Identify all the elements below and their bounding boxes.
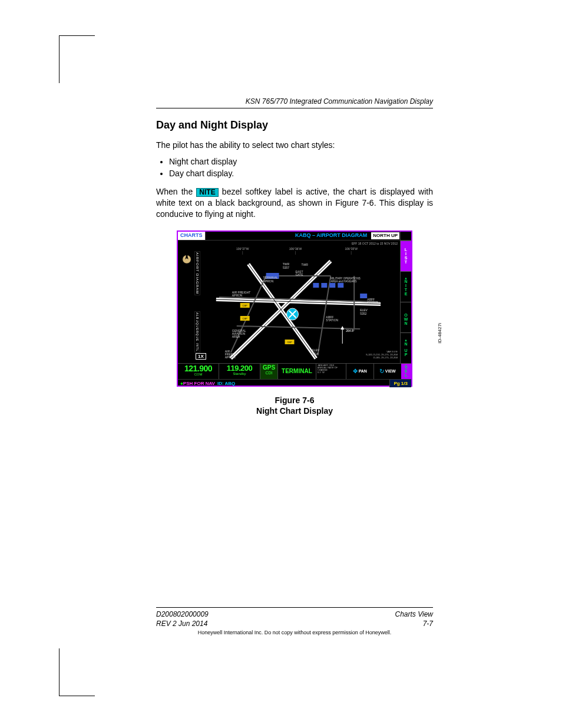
north-up-badge: NORTH UP — [371, 232, 400, 240]
ident-readout: ID: ABQ — [215, 381, 235, 386]
softkey-nup[interactable]: ▲NUP — [401, 332, 411, 363]
svg-text:TWR: TWR — [301, 263, 308, 266]
airport-diagram: 106°37'W 106°36'W 106°35'W — [178, 241, 400, 363]
svg-text:APRON: APRON — [232, 294, 243, 297]
svg-text:AREA: AREA — [232, 335, 240, 338]
svg-text:STATION: STATION — [367, 301, 379, 304]
com-standby-frequency[interactable]: 119.200 Standby — [219, 364, 260, 379]
display-footer: 121.900 COM 119.200 Standby GPS CDI TERM… — [178, 363, 411, 387]
page: KSN 765/770 Integrated Communication Nav… — [0, 0, 562, 728]
crop-mark-top-left — [59, 35, 95, 83]
bullet-list: Night chart display Day chart display. — [156, 157, 433, 178]
svg-text:AREA and HANGARS: AREA and HANGARS — [330, 280, 356, 283]
gps-cdi-button[interactable]: GPS CDI — [260, 364, 278, 379]
com-active-frequency[interactable]: 121.900 COM — [178, 364, 219, 379]
section-name: Charts View — [395, 610, 433, 620]
svg-rect-17 — [360, 294, 367, 298]
copyright-notice: Honeywell International Inc. Do not copy… — [156, 630, 433, 635]
annual-variation-note: JANUARY 2010ANNUAL RATE OF CHANGE0.1° W — [316, 364, 346, 379]
display-body: EFF 18 OCT 2012 to 15 NOV 2012 N AIRPORT… — [178, 241, 411, 363]
pan-button[interactable]: ✥ PAN — [346, 364, 374, 379]
revision-date: REV 2 Jun 2014 — [156, 620, 207, 629]
svg-text:GATE: GATE — [295, 273, 303, 276]
svg-text:D-185, 2S-175, 2D-358: D-185, 2S-175, 2D-358 — [373, 356, 398, 359]
chart-title: KABQ – AIRPORT DIAGRAM — [293, 232, 369, 240]
svg-line-10 — [249, 264, 316, 358]
softkey-own[interactable]: .OWN — [401, 302, 411, 332]
bullet-item: Day chart display. — [169, 169, 433, 178]
svg-rect-14 — [329, 283, 335, 288]
running-header: KSN 765/770 Integrated Communication Nav… — [156, 97, 433, 108]
page-number: 7-7 — [423, 620, 433, 629]
svg-text:CBP: CBP — [287, 341, 292, 344]
terminal-button[interactable]: TERMINAL — [278, 364, 316, 379]
nite-softkey-label: NITE — [196, 188, 218, 197]
svg-rect-12 — [313, 283, 319, 288]
pan-icon: ✥ — [353, 368, 358, 374]
bullet-item: Night chart display — [169, 157, 433, 166]
svg-text:5357: 5357 — [283, 266, 289, 269]
svg-text:APRON: APRON — [225, 355, 236, 359]
charts-mode-label: CHARTS — [178, 232, 206, 240]
svg-text:5314: 5314 — [312, 352, 318, 355]
crop-mark-bottom-left — [59, 648, 95, 696]
push-for-nav-annunciator: ●PSH FOR NAV — [178, 381, 215, 386]
doc-number: D200802000009 — [156, 610, 209, 620]
svg-marker-53 — [340, 326, 344, 330]
rotate-icon: ↻ — [379, 368, 384, 374]
lon-label: 106°36'W — [289, 247, 302, 251]
view-button[interactable]: ↻ VIEW — [374, 364, 401, 379]
side-softkeys: LIST ▲NITE .OWN ▲NUP — [400, 241, 411, 363]
lon-label: 106°37'W — [236, 247, 249, 251]
display-header: CHARTS KABQ – AIRPORT DIAGRAM NORTH UP — [178, 232, 411, 241]
svg-text:264.8°: 264.8° — [346, 329, 354, 332]
section-title: Day and Night Display — [156, 119, 433, 131]
svg-rect-15 — [338, 283, 343, 288]
lon-label: 106°35'W — [345, 247, 358, 251]
page-indicator: Pg 1/3 — [389, 380, 411, 387]
softkey-nite[interactable]: ▲NITE — [401, 271, 411, 302]
figure: CHARTS KABQ – AIRPORT DIAGRAM NORTH UP E… — [156, 230, 433, 416]
softkey-list[interactable]: LIST — [401, 241, 411, 271]
svg-text:CBP: CBP — [243, 304, 248, 307]
svg-text:CBP: CBP — [243, 317, 248, 320]
page-footer: D200802000009 Charts View REV 2 Jun 2014… — [156, 607, 433, 635]
figure-id-tag: ID-48427i — [438, 323, 443, 344]
content-column: KSN 765/770 Integrated Communication Nav… — [156, 97, 433, 416]
text-run: When the — [156, 187, 196, 196]
figure-caption: Figure 7-6 Night Chart Display — [156, 395, 433, 416]
softkey-sel[interactable]: SEL — [401, 364, 411, 379]
svg-text:5352: 5352 — [360, 312, 366, 315]
svg-rect-13 — [321, 283, 327, 288]
intro-paragraph: The pilot has the ability to select two … — [156, 140, 433, 151]
svg-text:STATION: STATION — [326, 318, 338, 322]
description-paragraph: When the NITE bezel softkey label is act… — [156, 186, 433, 220]
svg-text:APRON: APRON — [263, 279, 274, 283]
navigation-display-screen: CHARTS KABQ – AIRPORT DIAGRAM NORTH UP E… — [177, 230, 412, 387]
chart-area[interactable]: EFF 18 OCT 2012 to 15 NOV 2012 N AIRPORT… — [178, 241, 400, 363]
